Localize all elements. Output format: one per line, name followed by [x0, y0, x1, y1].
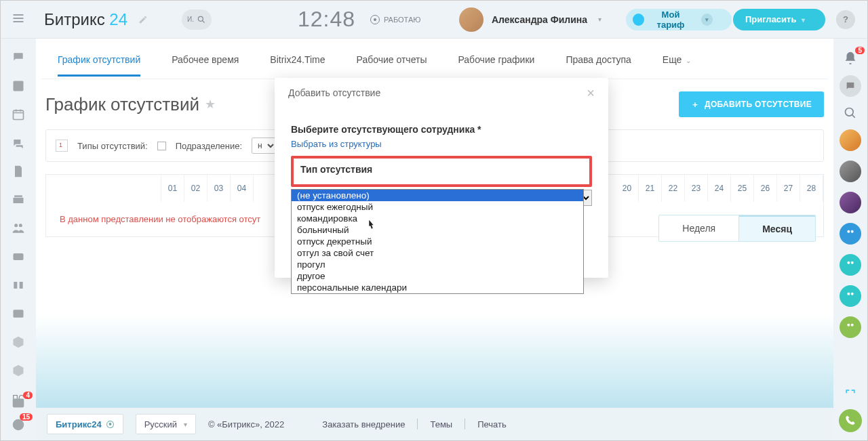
cal-cell[interactable]: 01 [161, 175, 184, 202]
rail-item-people[interactable] [12, 222, 25, 235]
group-circle-4[interactable] [840, 316, 861, 338]
group-circle-2[interactable] [840, 254, 861, 276]
cal-cell[interactable]: 27 [777, 175, 800, 202]
pick-from-structure-link[interactable]: Выбрать из структуры [291, 139, 592, 149]
work-status[interactable]: РАБОТАЮ [370, 15, 420, 24]
cal-cell[interactable]: 03 [208, 175, 231, 202]
expand-icon[interactable] [844, 387, 857, 401]
rail-item-docs[interactable] [12, 165, 25, 178]
rail-item-card[interactable] [12, 250, 25, 264]
work-status-label: РАБОТАЮ [384, 16, 420, 24]
view-tab-week[interactable]: Неделя [659, 215, 739, 241]
rail-bottom-item-2[interactable]: 15 [11, 417, 26, 432]
footer-brand-pill[interactable]: Битрикс24⦿ [47, 414, 123, 434]
contact-avatar-2[interactable] [840, 161, 861, 182]
svg-rect-8 [14, 310, 24, 318]
dropdown-option[interactable]: (не установлено) [292, 190, 583, 201]
dropdown-option[interactable]: отпуск ежегодный [292, 201, 583, 213]
footer-link-themes[interactable]: Темы [430, 419, 452, 429]
tariff-label: Мой тариф [648, 9, 693, 30]
group-circle-3[interactable] [840, 285, 861, 307]
rail-item-contact[interactable] [12, 307, 25, 320]
tab-access-rights[interactable]: Права доступа [566, 45, 631, 77]
cal-cell[interactable]: 23 [685, 175, 708, 202]
rail-bottom-item-1[interactable]: 4 [11, 396, 26, 411]
footer: Битрикс24⦿ Русский ▾ © «Битрикс», 2022 З… [36, 408, 833, 440]
user-menu[interactable]: Александра Филина ▾ [459, 7, 601, 32]
chevron-down-icon: ▾ [184, 421, 187, 428]
footer-link-order[interactable]: Заказать внедрение [322, 419, 405, 429]
cal-cell[interactable]: 26 [754, 175, 777, 202]
star-icon[interactable]: ★ [205, 97, 216, 112]
rail-item-calendar[interactable] [12, 108, 25, 121]
svg-point-11 [846, 108, 854, 117]
svg-rect-9 [13, 399, 24, 408]
rail-item-cube1[interactable] [12, 335, 25, 349]
tab-work-reports[interactable]: Рабочие отчеты [357, 45, 427, 77]
dept-select[interactable]: н [252, 138, 277, 154]
dropdown-option[interactable]: командировка [292, 213, 583, 224]
section-tabs: График отсутствий Рабочее время Bitrix24… [41, 43, 828, 79]
rail-item-chat[interactable] [12, 51, 25, 64]
cal-cell[interactable]: 25 [731, 175, 754, 202]
dropdown-option[interactable]: прогул [292, 259, 583, 270]
cal-cell-empty [46, 175, 161, 202]
hamburger-icon[interactable] [12, 12, 28, 28]
tab-bitrix-time[interactable]: Bitrix24.Time [270, 45, 325, 77]
search-icon[interactable] [844, 106, 857, 120]
close-icon[interactable]: × [587, 85, 595, 101]
tab-work-schedules[interactable]: Рабочие графики [458, 45, 534, 77]
add-absence-button[interactable]: ＋ ДОБАВИТЬ ОТСУТСТВИЕ [679, 91, 824, 117]
help-button[interactable]: ? [836, 10, 855, 29]
footer-link-print[interactable]: Печать [477, 419, 507, 429]
tab-work-time[interactable]: Рабочее время [172, 45, 239, 77]
svg-rect-5 [14, 253, 24, 260]
view-tab-month[interactable]: Месяц [739, 215, 815, 241]
contact-avatar-3[interactable] [840, 192, 861, 213]
svg-rect-3 [14, 198, 24, 203]
page-title: График отсутствий [45, 94, 199, 115]
search-pill-text: И. [187, 16, 194, 23]
rail-item-drive[interactable] [12, 193, 25, 207]
invite-label: Пригласить [745, 14, 796, 24]
cal-cell[interactable]: 20 [616, 175, 639, 202]
dropdown-option[interactable]: персональные календари [292, 282, 583, 293]
tab-more[interactable]: Еще ⌄ [663, 45, 691, 77]
chat-bubble-icon[interactable] [840, 75, 861, 97]
dropdown-option[interactable]: отпуск декретный [292, 236, 583, 247]
dropdown-option[interactable]: больничный [292, 224, 583, 236]
type-label: Тип отсутствия [300, 164, 583, 175]
cal-cell[interactable]: 21 [639, 175, 662, 202]
rail-item-feed[interactable] [12, 79, 25, 93]
dropdown-option[interactable]: другое [292, 270, 583, 282]
cal-cell[interactable]: 28 [800, 175, 823, 202]
pencil-icon[interactable] [138, 15, 148, 24]
cal-cell[interactable]: 24 [708, 175, 731, 202]
search-pill[interactable]: И. [182, 9, 212, 30]
tariff-button[interactable]: Мой тариф ▾ [626, 9, 732, 30]
clock-time: 12:48 [298, 7, 355, 32]
contact-avatar-1[interactable] [840, 129, 861, 151]
rail-item-messages[interactable] [12, 136, 25, 150]
types-checkbox[interactable] [157, 142, 166, 150]
phone-button[interactable] [839, 409, 862, 432]
employee-label: Выберите отсутствующего сотрудника * [291, 124, 592, 135]
badge-count: 4 [23, 392, 33, 399]
cal-cell[interactable]: 02 [184, 175, 208, 202]
chevron-down-icon: ⌄ [686, 57, 691, 64]
cal-cell[interactable]: 22 [662, 175, 685, 202]
tab-absence-schedule[interactable]: График отсутствий [58, 45, 140, 77]
dropdown-option[interactable]: отгул за свой счет [292, 247, 583, 259]
footer-lang-pill[interactable]: Русский ▾ [136, 414, 196, 434]
invite-button[interactable]: Пригласить ▾ [733, 9, 825, 30]
group-circle-1[interactable] [840, 223, 861, 245]
calendar-icon[interactable] [56, 140, 68, 152]
left-rail: ПС 4 15 [1, 39, 36, 440]
bell-icon[interactable]: 5 [843, 51, 858, 66]
rail-item-apps[interactable] [12, 278, 25, 292]
rail-item-cube2[interactable] [12, 364, 25, 377]
logo[interactable]: Битрикс 24 [44, 10, 127, 29]
cal-cell[interactable]: 04 [231, 175, 254, 202]
type-field-highlighted: Тип отсутствия [291, 156, 592, 187]
top-header: Битрикс 24 И. 12:48 РАБОТАЮ Александра Ф… [1, 1, 867, 39]
